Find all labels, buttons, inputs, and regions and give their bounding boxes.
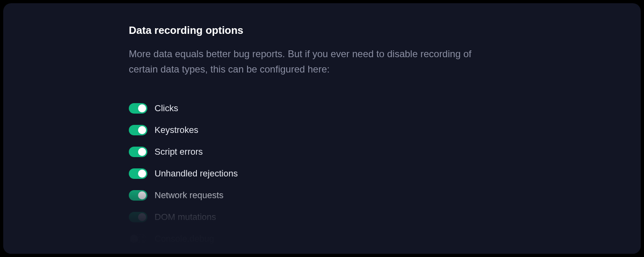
option-script-errors: Script errors [129,147,515,157]
option-label: DOM mutations [155,212,216,222]
toggle-knob-icon [130,235,138,243]
option-label: Clicks [155,103,178,114]
content-area: Data recording options More data equals … [129,24,515,244]
options-list: Clicks Keystrokes Script errors Unhandle… [129,103,515,244]
toggle-keystrokes[interactable] [129,125,147,135]
section-description: More data equals better bug reports. But… [129,46,491,77]
toggle-dom-mutations[interactable] [129,212,147,222]
option-label: Script errors [155,147,203,157]
option-clicks: Clicks [129,103,515,114]
section-title: Data recording options [129,24,515,37]
option-label: Network requests [155,190,223,201]
toggle-knob-icon [138,191,146,199]
option-label: Unhandled rejections [155,168,238,179]
toggle-knob-icon [138,126,146,134]
option-unhandled-rejections: Unhandled rejections [129,168,515,179]
option-label: Keystrokes [155,125,198,135]
settings-panel: Data recording options More data equals … [3,3,641,254]
toggle-knob-icon [138,170,146,178]
option-label: Console.debug [155,234,214,244]
toggle-knob-icon [138,213,146,221]
toggle-script-errors[interactable] [129,147,147,157]
option-network-requests: Network requests [129,190,515,201]
toggle-clicks[interactable] [129,103,147,114]
toggle-knob-icon [138,148,146,156]
toggle-network-requests[interactable] [129,190,147,201]
option-keystrokes: Keystrokes [129,125,515,135]
toggle-console-debug[interactable] [129,234,147,244]
option-dom-mutations: DOM mutations [129,212,515,222]
toggle-unhandled-rejections[interactable] [129,168,147,179]
option-console-debug: Console.debug [129,234,515,244]
toggle-knob-icon [138,104,146,112]
